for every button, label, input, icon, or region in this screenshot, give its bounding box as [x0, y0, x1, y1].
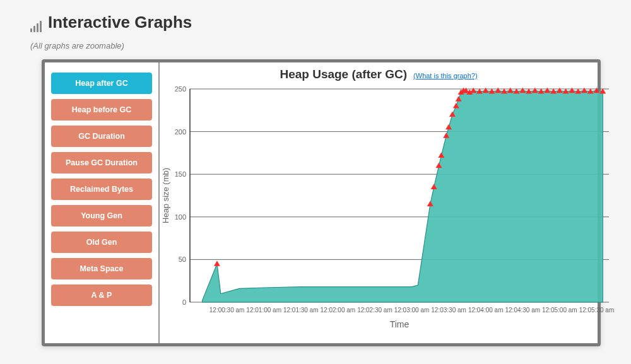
tab-reclaimed-bytes[interactable]: Reclaimed Bytes — [51, 179, 152, 200]
svg-text:Heap size (mb): Heap size (mb) — [161, 168, 170, 223]
svg-text:150: 150 — [175, 170, 186, 178]
svg-text:12:01:00 am: 12:01:00 am — [246, 307, 281, 314]
svg-text:12:03:00 am: 12:03:00 am — [394, 307, 430, 314]
svg-text:12:05:00 am: 12:05:00 am — [542, 307, 577, 314]
svg-text:100: 100 — [175, 213, 186, 221]
tab-heap-before-gc[interactable]: Heap before GC — [51, 99, 152, 120]
tab-heap-after-gc[interactable]: Heap after GC — [51, 73, 152, 94]
svg-text:12:00:30 am: 12:00:30 am — [209, 307, 245, 314]
svg-text:12:03:30 am: 12:03:30 am — [431, 307, 466, 314]
svg-text:Time: Time — [390, 319, 410, 329]
heap-usage-chart[interactable]: 05010015020025012:00:30 am12:01:00 am12:… — [160, 81, 614, 337]
what-is-this-link[interactable]: (What is this graph?) — [413, 72, 477, 79]
svg-text:12:02:30 am: 12:02:30 am — [357, 307, 392, 314]
svg-text:50: 50 — [179, 255, 186, 263]
svg-text:12:05:30 am: 12:05:30 am — [579, 307, 614, 314]
svg-text:12:04:30 am: 12:04:30 am — [505, 307, 540, 314]
tab-gc-duration[interactable]: GC Duration — [51, 126, 152, 147]
chart-type-sidebar: Heap after GCHeap before GCGC DurationPa… — [45, 62, 160, 343]
svg-text:12:01:30 am: 12:01:30 am — [283, 307, 319, 314]
tab-a-p[interactable]: A & P — [51, 285, 152, 306]
svg-text:12:02:00 am: 12:02:00 am — [321, 307, 356, 314]
chart-area[interactable]: Heap Usage (after GC) (What is this grap… — [160, 62, 598, 343]
svg-text:200: 200 — [175, 128, 186, 136]
tab-young-gen[interactable]: Young Gen — [51, 205, 152, 226]
page-subtitle: (All graphs are zoomable) — [30, 41, 601, 50]
page-title: Interactive Graphs — [48, 13, 192, 32]
svg-text:12:04:00 am: 12:04:00 am — [468, 307, 504, 314]
chart-panel: Heap after GCHeap before GCGC DurationPa… — [42, 59, 601, 346]
tab-meta-space[interactable]: Meta Space — [51, 258, 152, 279]
tab-old-gen[interactable]: Old Gen — [51, 232, 152, 253]
tab-pause-gc-duration[interactable]: Pause GC Duration — [51, 152, 152, 173]
svg-text:0: 0 — [182, 298, 186, 306]
svg-text:250: 250 — [175, 85, 186, 93]
chart-title: Heap Usage (after GC) — [280, 68, 407, 81]
bars-icon — [30, 20, 42, 32]
